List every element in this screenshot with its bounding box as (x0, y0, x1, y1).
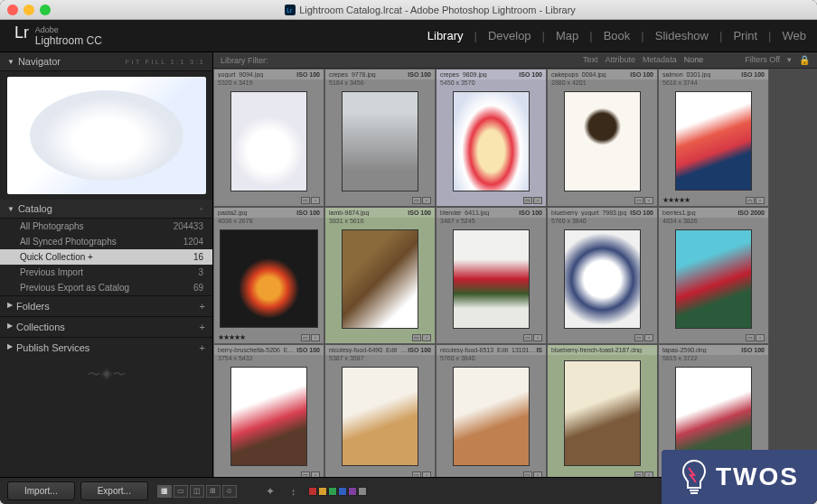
module-slideshow[interactable]: Slideshow (655, 29, 709, 42)
maximize-icon[interactable] (40, 5, 51, 15)
thumbnail-cell[interactable]: nicolesy-food-6490_Edit_131011.tifISO 10… (324, 344, 436, 477)
catalog-row-quick[interactable]: Quick Collection +16 (0, 249, 212, 265)
catalog-row-prev-export[interactable]: Previous Export as Catalog69 (0, 280, 212, 295)
thumbnail-cell[interactable]: yogurt_9094.jpgISO 1005320 x 3419▭▫ (213, 69, 324, 207)
disclosure-triangle-icon[interactable]: ▶ (7, 342, 13, 353)
catalog-row-synced[interactable]: All Synced Photographs1204 (0, 234, 212, 249)
thumbnail-cell[interactable]: blender_6411.jpgISO 1003487 x 5245▭▫ (436, 207, 547, 344)
badge-icon[interactable]: ▫ (422, 471, 431, 477)
thumbnail-image[interactable] (564, 91, 641, 191)
badge-icon[interactable]: ▭ (412, 334, 421, 341)
thumbnail-cell[interactable]: crepes_9809.jpgISO 1005450 x 3570▭▫ (436, 69, 547, 207)
thumbnail-image[interactable] (453, 367, 530, 466)
thumbnail-cell[interactable]: lamb-9874.jpgISO 1003831 x 5616▭▫ (324, 207, 436, 344)
panel-plus-icon[interactable]: + (199, 205, 205, 213)
star-rating[interactable]: ★★★★★ (218, 333, 245, 341)
thumbnail-image[interactable] (453, 91, 530, 191)
thumbnail-cell[interactable]: berry-bruschetta-5206_Edit-2.tifISO 1003… (213, 344, 324, 477)
filter-text[interactable]: Text (583, 55, 598, 65)
badge-icon[interactable]: ▫ (644, 334, 653, 341)
thumbnail-image[interactable] (230, 367, 307, 466)
badge-icon[interactable]: ▫ (311, 334, 320, 341)
navigator-preview[interactable] (7, 77, 206, 194)
color-label-swatch[interactable] (328, 487, 337, 496)
badge-icon[interactable]: ▭ (634, 471, 643, 477)
badge-icon[interactable]: ▭ (523, 471, 532, 477)
publish-header[interactable]: ▶Publish Services+ (0, 337, 212, 358)
disclosure-triangle-icon[interactable]: ▼ (7, 205, 14, 213)
disclosure-triangle-icon[interactable]: ▶ (7, 322, 13, 332)
catalog-row-all[interactable]: All Photographs204433 (0, 219, 212, 234)
badge-icon[interactable]: ▭ (523, 197, 532, 204)
filter-none[interactable]: None (684, 55, 704, 65)
navigator-header[interactable]: ▼ Navigator FIT FILL 1:1 3:1 (0, 52, 212, 71)
badge-icon[interactable]: ▫ (533, 334, 542, 341)
thumbnail-image[interactable] (564, 229, 641, 329)
thumbnail-image[interactable] (564, 360, 641, 466)
catalog-header[interactable]: ▼ Catalog + (0, 200, 212, 219)
module-library[interactable]: Library (427, 29, 464, 42)
module-develop[interactable]: Develop (488, 29, 531, 42)
folders-header[interactable]: ▶Folders+ (0, 295, 212, 316)
minimize-icon[interactable] (23, 5, 34, 15)
badge-icon[interactable]: ▫ (756, 334, 765, 341)
panel-plus-icon[interactable]: + (200, 301, 205, 312)
painter-icon[interactable]: ✦ (266, 485, 275, 498)
disclosure-triangle-icon[interactable]: ▶ (7, 301, 13, 312)
thumbnail-cell[interactable]: pasta2.jpgISO 1004036 x 2678★★★★★▭▫ (213, 207, 324, 344)
module-print[interactable]: Print (733, 29, 757, 42)
thumbnail-cell[interactable]: blueberry-french-toast-2187.dng▭▫ (547, 344, 658, 477)
module-book[interactable]: Book (604, 29, 631, 42)
badge-icon[interactable]: ▫ (311, 471, 320, 477)
badge-icon[interactable]: ▭ (746, 334, 755, 341)
thumbnail-cell[interactable]: nicolesy-food-6513_Edit_131011.tifIS5760… (436, 344, 547, 477)
thumbnail-image[interactable] (342, 229, 418, 329)
navigator-zoom-modes[interactable]: FIT FILL 1:1 3:1 (126, 58, 205, 66)
filters-off-label[interactable]: Filters Off (745, 55, 780, 65)
thumbnail-cell[interactable]: berries1.jpgISO 20004834 x 3826▭▫ (658, 207, 769, 344)
thumbnail-grid[interactable]: yogurt_9094.jpgISO 1005320 x 3419▭▫crepe… (213, 69, 817, 477)
thumbnail-image[interactable] (675, 91, 752, 191)
color-label-swatch[interactable] (348, 487, 357, 496)
thumbnail-cell[interactable]: blueberry_yogurt_7983.jpgISO 1005760 x 3… (547, 207, 658, 344)
badge-icon[interactable]: ▭ (412, 471, 421, 477)
people-view-icon[interactable]: ☺ (222, 485, 237, 498)
loupe-view-icon[interactable]: ▭ (174, 485, 188, 498)
import-button[interactable]: Import... (7, 481, 75, 500)
panel-plus-icon[interactable]: + (200, 322, 205, 332)
star-rating[interactable]: ★★★★★ (662, 196, 690, 204)
badge-icon[interactable]: ▫ (756, 197, 765, 204)
badge-icon[interactable]: ▫ (311, 197, 320, 204)
module-map[interactable]: Map (556, 29, 578, 42)
disclosure-triangle-icon[interactable]: ▼ (7, 58, 14, 66)
thumbnail-image[interactable] (220, 229, 318, 328)
badge-icon[interactable]: ▫ (533, 197, 542, 204)
badge-icon[interactable]: ▫ (533, 471, 542, 477)
filter-metadata[interactable]: Metadata (643, 55, 677, 65)
collections-header[interactable]: ▶Collections+ (0, 316, 212, 337)
badge-icon[interactable]: ▫ (644, 471, 653, 477)
thumbnail-image[interactable] (230, 91, 307, 191)
thumbnail-image[interactable] (342, 367, 418, 466)
color-label-swatch[interactable] (318, 487, 327, 496)
thumbnail-cell[interactable]: cakepops_0084.jpgISO 1002880 x 4201▭▫ (547, 69, 658, 207)
chevron-down-icon[interactable]: ▾ (787, 55, 792, 65)
badge-icon[interactable]: ▭ (301, 471, 310, 477)
thumbnail-image[interactable] (453, 229, 530, 329)
badge-icon[interactable]: ▭ (301, 334, 310, 341)
badge-icon[interactable]: ▫ (422, 197, 431, 204)
color-label-swatch[interactable] (338, 487, 347, 496)
thumbnail-cell[interactable]: crepes_9778.jpgISO 1005184 x 3456▭▫ (324, 69, 436, 207)
lock-icon[interactable]: 🔒 (799, 55, 810, 65)
module-web[interactable]: Web (783, 29, 807, 42)
badge-icon[interactable]: ▭ (301, 197, 310, 204)
badge-icon[interactable]: ▭ (634, 334, 643, 341)
color-label-swatch[interactable] (308, 487, 317, 496)
color-label-swatch[interactable] (358, 487, 367, 496)
thumbnail-image[interactable] (675, 229, 752, 329)
grid-view-icon[interactable]: ▦ (157, 485, 172, 498)
badge-icon[interactable]: ▭ (634, 197, 643, 204)
badge-icon[interactable]: ▫ (644, 197, 653, 204)
badge-icon[interactable]: ▭ (523, 334, 532, 341)
filter-attribute[interactable]: Attribute (606, 55, 636, 65)
